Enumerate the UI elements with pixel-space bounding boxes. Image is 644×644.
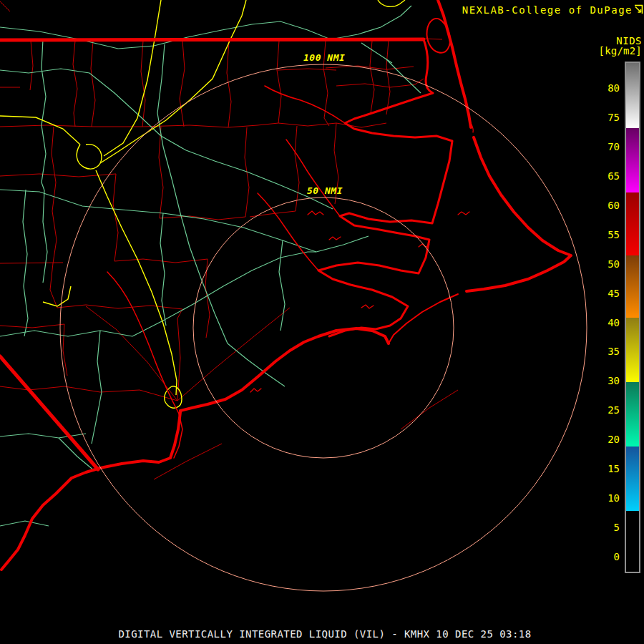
colorbar	[625, 62, 640, 573]
colorbar-band	[626, 255, 639, 318]
nc-sc-border	[0, 356, 98, 469]
colorbar-tick-label: 0	[592, 551, 620, 562]
roads-green	[0, 6, 421, 526]
product-caption: DIGITAL VERTICALLY INTEGRATED LIQUID (VI…	[0, 628, 644, 640]
va-nc-border	[0, 39, 424, 40]
colorbar-tick-label: 15	[592, 463, 620, 474]
colorbar-tick-label: 70	[592, 141, 620, 152]
colorbar-tick-label: 5	[592, 522, 620, 533]
colorbar-tick-label: 80	[592, 82, 620, 94]
brand-logo-icon	[634, 4, 643, 14]
coastline	[1, 0, 571, 570]
radar-map	[0, 0, 644, 644]
colorbar-tick-label: 35	[592, 346, 620, 357]
colorbar-band	[626, 192, 639, 255]
colorbar-tick-label: 20	[592, 434, 620, 445]
colorbar-band	[626, 128, 639, 192]
colorbar-tick-label: 65	[592, 170, 620, 182]
colorbar-band	[626, 63, 639, 128]
range-ring-label-50: 50 NMI	[307, 185, 343, 196]
colorbar-tick-label: 30	[592, 375, 620, 386]
colorbar-tick-label: 10	[592, 492, 620, 504]
colorbar-tick-label: 25	[592, 404, 620, 416]
radar-display: NEXLAB-College of DuPage NIDS [kg/m2] 80…	[0, 0, 644, 644]
colorbar-tick-label: 40	[592, 317, 620, 328]
brand-text: NEXLAB-College of DuPage	[462, 4, 633, 16]
colorbar-tick-label: 50	[592, 258, 620, 270]
range-ring-label-100: 100 NMI	[303, 52, 345, 63]
colorbar-tick-label: 60	[592, 200, 620, 211]
range-ring-100nmi	[60, 64, 587, 591]
colorbar-band	[626, 447, 639, 511]
county-borders	[0, 1, 458, 479]
colorbar-units: [kg/m2]	[599, 45, 642, 57]
state-borders	[0, 39, 424, 469]
colorbar-tick-label: 55	[592, 229, 620, 240]
colorbar-band	[626, 382, 639, 447]
colorbar-tick-label: 75	[592, 112, 620, 123]
range-rings	[60, 64, 587, 591]
colorbar-band	[626, 318, 639, 382]
colorbar-tick-label: 45	[592, 288, 620, 299]
